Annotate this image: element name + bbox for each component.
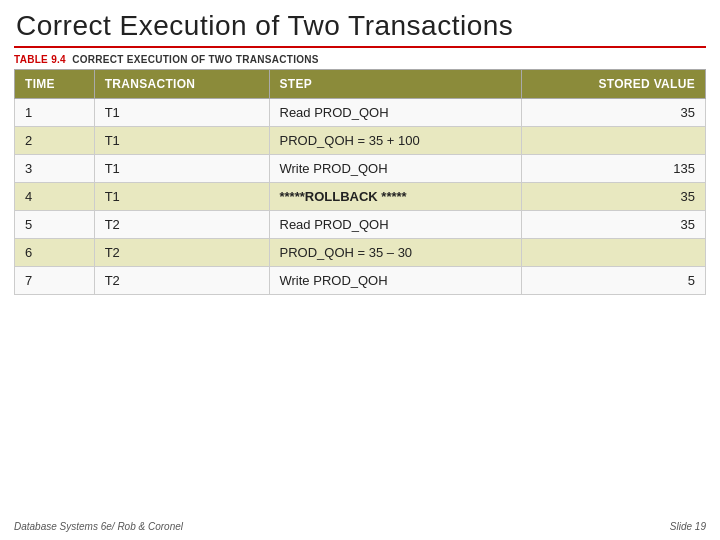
col-header-time: TIME	[15, 70, 95, 99]
table-row: 2T1PROD_QOH = 35 + 100	[15, 127, 706, 155]
cell-stored-value	[521, 239, 705, 267]
cell-step: Read PROD_QOH	[269, 99, 521, 127]
table-caption: TABLE 9.4 Correct Execution of Two Trans…	[14, 54, 706, 65]
cell-stored-value: 35	[521, 211, 705, 239]
cell-time: 3	[15, 155, 95, 183]
cell-time: 2	[15, 127, 95, 155]
cell-transaction: T2	[94, 211, 269, 239]
cell-stored-value: 5	[521, 267, 705, 295]
cell-transaction: T2	[94, 239, 269, 267]
title-divider	[14, 46, 706, 48]
cell-time: 7	[15, 267, 95, 295]
footer-left: Database Systems 6e/ Rob & Coronel	[14, 521, 183, 532]
cell-stored-value: 35	[521, 99, 705, 127]
footer: Database Systems 6e/ Rob & Coronel Slide…	[14, 521, 706, 532]
data-table: TIME TRANSACTION STEP STORED VALUE 1T1Re…	[14, 69, 706, 295]
table-row: 4T1*****ROLLBACK *****35	[15, 183, 706, 211]
page-title: Correct Execution of Two Transactions	[0, 0, 720, 46]
cell-transaction: T1	[94, 99, 269, 127]
cell-stored-value: 35	[521, 183, 705, 211]
table-row: 6T2PROD_QOH = 35 – 30	[15, 239, 706, 267]
cell-step: Write PROD_QOH	[269, 155, 521, 183]
table-row: 1T1Read PROD_QOH35	[15, 99, 706, 127]
table-row: 3T1Write PROD_QOH135	[15, 155, 706, 183]
col-header-step: STEP	[269, 70, 521, 99]
cell-step: Read PROD_QOH	[269, 211, 521, 239]
table-header-row: TIME TRANSACTION STEP STORED VALUE	[15, 70, 706, 99]
cell-step: Write PROD_QOH	[269, 267, 521, 295]
cell-time: 1	[15, 99, 95, 127]
cell-stored-value	[521, 127, 705, 155]
table-number: TABLE 9.4	[14, 54, 66, 65]
cell-transaction: T1	[94, 127, 269, 155]
footer-right: Slide 19	[670, 521, 706, 532]
cell-step: PROD_QOH = 35 + 100	[269, 127, 521, 155]
cell-time: 6	[15, 239, 95, 267]
col-header-transaction: TRANSACTION	[94, 70, 269, 99]
cell-transaction: T1	[94, 183, 269, 211]
cell-transaction: T2	[94, 267, 269, 295]
table-row: 7T2Write PROD_QOH5	[15, 267, 706, 295]
cell-step: PROD_QOH = 35 – 30	[269, 239, 521, 267]
cell-stored-value: 135	[521, 155, 705, 183]
col-header-stored-value: STORED VALUE	[521, 70, 705, 99]
table-container: TABLE 9.4 Correct Execution of Two Trans…	[14, 54, 706, 295]
cell-time: 4	[15, 183, 95, 211]
table-row: 5T2Read PROD_QOH35	[15, 211, 706, 239]
cell-step: *****ROLLBACK *****	[269, 183, 521, 211]
cell-time: 5	[15, 211, 95, 239]
table-caption-text: Correct Execution of Two Transactions	[72, 54, 319, 65]
cell-transaction: T1	[94, 155, 269, 183]
